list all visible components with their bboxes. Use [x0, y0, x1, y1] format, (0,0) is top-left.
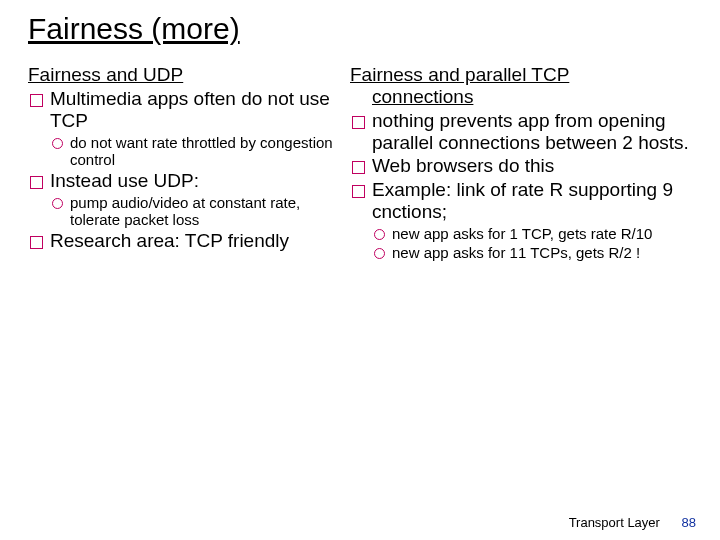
left-list: Multimedia apps often do not use TCP do … — [28, 88, 338, 252]
page-number: 88 — [682, 515, 696, 530]
footer-section: Transport Layer — [569, 515, 660, 530]
left-column: Fairness and UDP Multimedia apps often d… — [28, 64, 338, 263]
sub-item: new app asks for 11 TCPs, gets R/2 ! — [372, 244, 692, 261]
item-text: Example: link of rate R supporting 9 cnc… — [372, 179, 673, 222]
footer: Transport Layer 88 — [569, 515, 696, 530]
item-text: Multimedia apps often do not use TCP — [50, 88, 330, 131]
item-text: Web browsers do this — [372, 155, 554, 176]
list-item: Instead use UDP: pump audio/video at con… — [28, 170, 338, 228]
sub-list: new app asks for 1 TCP, gets rate R/10 n… — [372, 225, 692, 262]
list-item: Multimedia apps often do not use TCP do … — [28, 88, 338, 168]
list-item: Web browsers do this — [350, 155, 692, 177]
list-item: nothing prevents app from opening parall… — [350, 110, 692, 154]
right-column: Fairness and parallel TCP connections no… — [350, 64, 692, 263]
sub-item: new app asks for 1 TCP, gets rate R/10 — [372, 225, 692, 242]
list-item: Research area: TCP friendly — [28, 230, 338, 252]
heading-line2: connections — [350, 86, 692, 108]
left-heading: Fairness and UDP — [28, 64, 338, 86]
slide-title: Fairness (more) — [28, 12, 692, 46]
list-item: Example: link of rate R supporting 9 cnc… — [350, 179, 692, 261]
sub-list: pump audio/video at constant rate, toler… — [50, 194, 338, 229]
item-text: Research area: TCP friendly — [50, 230, 289, 251]
item-text: nothing prevents app from opening parall… — [372, 110, 689, 153]
right-list: nothing prevents app from opening parall… — [350, 110, 692, 262]
sub-item: do not want rate throttled by congestion… — [50, 134, 338, 169]
right-heading: Fairness and parallel TCP connections — [350, 64, 692, 108]
sub-item: pump audio/video at constant rate, toler… — [50, 194, 338, 229]
sub-list: do not want rate throttled by congestion… — [50, 134, 338, 169]
item-text: Instead use UDP: — [50, 170, 199, 191]
heading-line1: Fairness and parallel TCP — [350, 64, 569, 85]
content-columns: Fairness and UDP Multimedia apps often d… — [28, 64, 692, 263]
